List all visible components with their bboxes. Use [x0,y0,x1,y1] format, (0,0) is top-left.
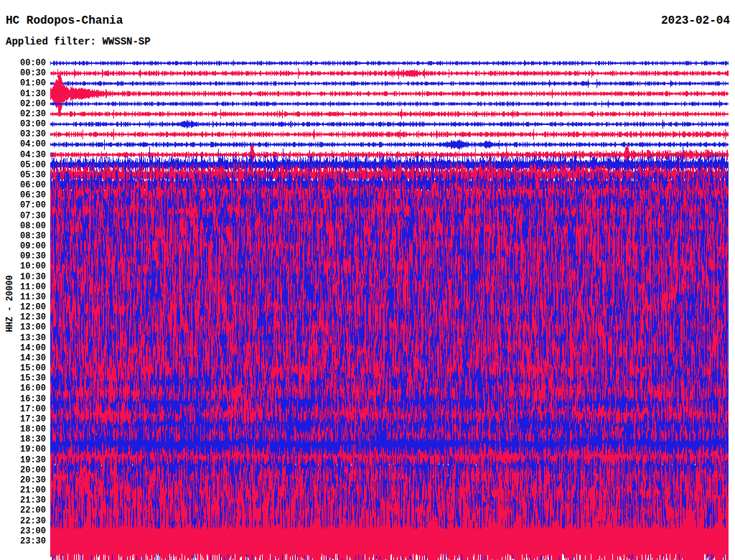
helicorder-traces [0,0,735,560]
time-label-1830: 18:30 [0,434,46,444]
time-label-0700: 07:00 [0,200,46,210]
time-label-1530: 15:30 [0,373,46,383]
helicorder-page: HC Rodopos-Chania Applied filter: WWSSN-… [0,0,735,560]
time-label-1130: 11:30 [0,292,46,302]
time-label-0300: 03:00 [0,119,46,129]
time-label-1000: 10:00 [0,261,46,271]
time-label-2130: 21:30 [0,495,46,505]
time-label-0100: 01:00 [0,78,46,88]
time-label-1700: 17:00 [0,404,46,414]
time-label-1100: 11:00 [0,282,46,292]
time-label-0400: 04:00 [0,139,46,149]
time-label-1400: 14:00 [0,343,46,353]
time-label-2200: 22:00 [0,505,46,515]
time-label-0730: 07:30 [0,211,46,221]
time-label-2030: 20:30 [0,475,46,485]
time-label-1630: 16:30 [0,394,46,404]
time-label-0200: 02:00 [0,99,46,109]
time-label-2300: 23:00 [0,526,46,536]
time-label-1230: 12:30 [0,312,46,322]
time-label-1900: 19:00 [0,444,46,454]
time-label-0630: 06:30 [0,190,46,200]
time-label-1600: 16:00 [0,383,46,393]
time-label-1200: 12:00 [0,302,46,312]
time-label-1430: 14:30 [0,353,46,363]
time-label-1030: 10:30 [0,272,46,282]
time-label-2000: 20:00 [0,465,46,475]
time-label-0330: 03:30 [0,129,46,139]
time-label-2330: 23:30 [0,536,46,546]
time-label-2230: 22:30 [0,516,46,526]
time-label-2100: 21:00 [0,485,46,495]
time-label-1930: 19:30 [0,455,46,465]
time-label-0800: 08:00 [0,221,46,231]
time-label-1800: 18:00 [0,424,46,434]
time-label-0500: 05:00 [0,160,46,170]
time-label-0230: 02:30 [0,109,46,119]
time-label-1500: 15:00 [0,363,46,373]
time-label-0930: 09:30 [0,251,46,261]
time-label-0900: 09:00 [0,241,46,251]
time-label-1730: 17:30 [0,414,46,424]
time-label-0030: 00:30 [0,68,46,78]
time-label-0830: 08:30 [0,231,46,241]
time-label-0600: 06:00 [0,180,46,190]
time-label-0530: 05:30 [0,170,46,180]
time-label-0130: 01:30 [0,89,46,99]
time-label-0430: 04:30 [0,150,46,160]
time-label-0000: 00:00 [0,58,46,68]
time-label-1330: 13:30 [0,333,46,343]
time-label-1300: 13:00 [0,322,46,332]
